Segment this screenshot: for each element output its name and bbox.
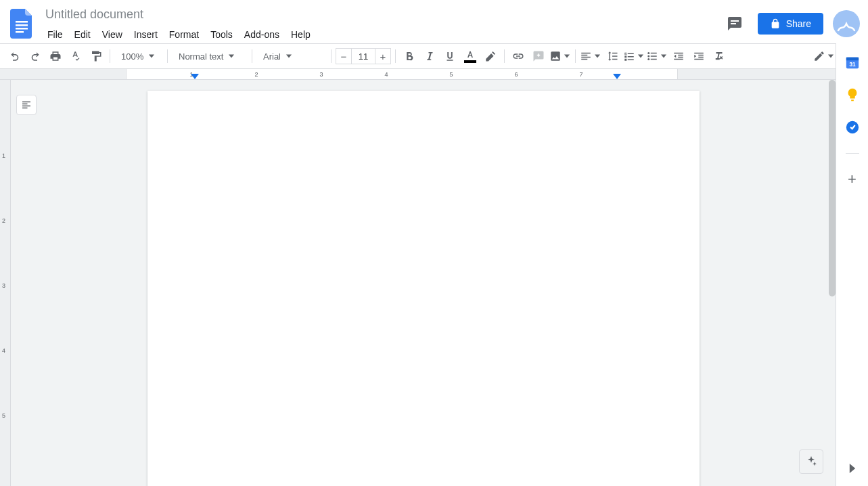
get-addons-button[interactable]: + <box>843 170 862 189</box>
ruler-tick: 6 <box>514 71 518 78</box>
outline-icon <box>20 99 32 111</box>
increase-indent-button[interactable] <box>689 47 708 66</box>
font-size-decrease-button[interactable]: − <box>336 48 352 64</box>
ruler-tick: 5 <box>449 71 453 78</box>
svg-point-7 <box>647 52 649 54</box>
ruler-tick: 4 <box>384 71 388 78</box>
toolbar-separator <box>110 49 110 63</box>
clear-formatting-button[interactable] <box>710 47 729 66</box>
chevron-down-icon <box>149 53 154 59</box>
lock-icon <box>770 18 781 29</box>
insert-link-button[interactable] <box>509 47 528 66</box>
ruler-tick: 1 <box>2 152 5 159</box>
toolbar-separator <box>395 49 396 63</box>
open-comments-button[interactable] <box>721 10 748 37</box>
editing-mode-button[interactable] <box>813 47 835 66</box>
side-panel-collapse-button[interactable] <box>843 459 862 478</box>
right-indent-marker[interactable] <box>613 74 621 80</box>
chevron-down-icon <box>661 53 666 59</box>
ruler-tick: 4 <box>2 347 5 354</box>
document-outline-toggle[interactable] <box>16 95 37 115</box>
italic-button[interactable] <box>420 47 439 66</box>
print-button[interactable] <box>46 47 65 66</box>
toolbar-separator <box>331 49 332 63</box>
font-size-input[interactable] <box>352 48 375 64</box>
menu-bar: File Edit View Insert Format Tools Add-o… <box>42 26 316 43</box>
menu-addons[interactable]: Add-ons <box>239 26 285 43</box>
vertical-scrollbar-thumb[interactable] <box>829 80 836 296</box>
menu-tools[interactable]: Tools <box>205 26 238 43</box>
ruler-tick: 5 <box>2 412 5 419</box>
account-avatar[interactable] <box>833 10 860 37</box>
align-button[interactable] <box>580 47 601 66</box>
bulleted-list-button[interactable] <box>646 47 668 66</box>
text-color-button[interactable] <box>461 47 480 66</box>
undo-button[interactable] <box>5 47 24 66</box>
ruler-tick: 2 <box>2 217 5 224</box>
svg-point-9 <box>647 58 649 60</box>
toolbar-separator <box>252 49 252 63</box>
vertical-ruler[interactable]: 1 2 3 4 5 <box>0 80 11 486</box>
decrease-indent-button[interactable] <box>669 47 688 66</box>
add-comment-button[interactable] <box>529 47 548 66</box>
svg-rect-5 <box>731 23 736 24</box>
svg-point-8 <box>647 56 649 58</box>
chevron-down-icon <box>286 53 292 59</box>
document-page[interactable] <box>147 91 700 486</box>
line-spacing-button[interactable] <box>603 47 622 66</box>
insert-image-button[interactable] <box>549 47 571 66</box>
ruler-tick: 2 <box>254 71 258 78</box>
docs-home-icon[interactable] <box>8 7 35 41</box>
checklist-button[interactable] <box>623 47 645 66</box>
menu-file[interactable]: File <box>42 26 68 43</box>
text-color-a-icon <box>465 50 476 60</box>
chevron-down-icon <box>828 53 833 59</box>
paint-format-button[interactable] <box>87 47 106 66</box>
menu-edit[interactable]: Edit <box>69 26 96 43</box>
ruler-tick: 7 <box>579 71 583 78</box>
document-title-input[interactable]: Untitled document <box>42 5 316 24</box>
toolbar-separator <box>575 49 576 63</box>
toolbar: 100% Normal text Arial − + <box>0 43 868 69</box>
explore-button[interactable] <box>799 449 823 474</box>
zoom-value: 100% <box>121 51 143 62</box>
svg-rect-3 <box>16 31 24 33</box>
toolbar-separator <box>167 49 168 63</box>
svg-rect-4 <box>731 20 739 22</box>
title-column: Untitled document File Edit View Insert … <box>42 5 316 43</box>
paragraph-style-select[interactable]: Normal text <box>172 47 248 65</box>
redo-button[interactable] <box>26 47 45 66</box>
side-panel-divider <box>846 153 859 154</box>
zoom-select[interactable]: 100% <box>114 47 163 65</box>
svg-rect-11 <box>846 58 858 61</box>
left-indent-marker[interactable] <box>191 74 199 80</box>
share-button[interactable]: Share <box>758 13 823 35</box>
font-size-increase-button[interactable]: + <box>375 48 391 64</box>
bold-button[interactable] <box>400 47 419 66</box>
calendar-addon-icon[interactable]: 31 <box>843 53 862 72</box>
spellcheck-button[interactable] <box>66 47 85 66</box>
header-bar: Untitled document File Edit View Insert … <box>0 0 868 43</box>
svg-rect-2 <box>16 28 28 30</box>
font-family-value: Arial <box>263 51 281 62</box>
document-canvas[interactable] <box>11 80 836 486</box>
menu-help[interactable]: Help <box>285 26 316 43</box>
share-button-label: Share <box>786 18 811 29</box>
ruler-tick: 3 <box>2 282 5 289</box>
menu-view[interactable]: View <box>97 26 128 43</box>
underline-button[interactable] <box>440 47 459 66</box>
highlight-color-button[interactable] <box>481 47 500 66</box>
chevron-down-icon <box>564 53 570 59</box>
menu-insert[interactable]: Insert <box>129 26 163 43</box>
menu-format[interactable]: Format <box>164 26 204 43</box>
horizontal-ruler-page-area: 1 2 3 4 5 6 7 <box>126 69 678 80</box>
header-right: Share <box>721 10 860 37</box>
tasks-addon-icon[interactable] <box>843 118 862 137</box>
font-size-group: − + <box>336 48 391 64</box>
keep-addon-icon[interactable] <box>843 85 862 104</box>
horizontal-ruler[interactable]: 1 2 3 4 5 6 7 <box>0 69 836 80</box>
svg-text:31: 31 <box>849 62 856 68</box>
ruler-tick: 3 <box>319 71 323 78</box>
svg-rect-0 <box>16 21 28 23</box>
font-family-select[interactable]: Arial <box>256 47 327 65</box>
